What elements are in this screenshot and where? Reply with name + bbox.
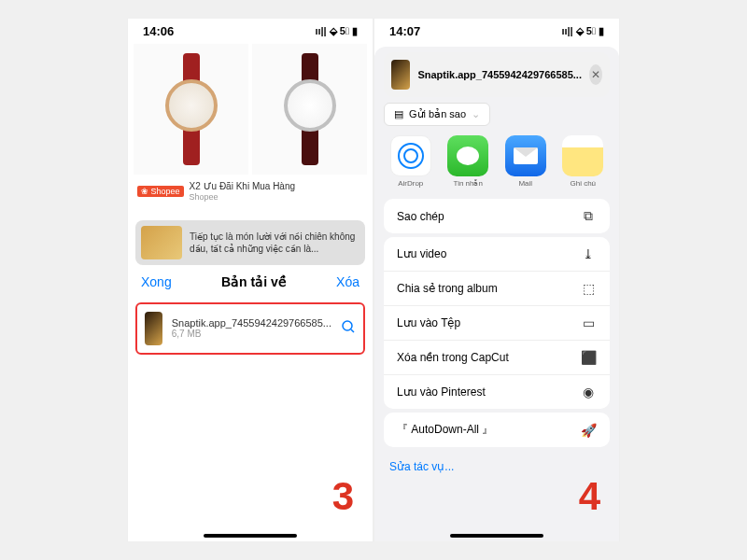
status-bar: 14:06 ıı|| ⬙ 5⃞ ▮ <box>128 19 373 44</box>
done-button[interactable]: Xong <box>141 274 172 289</box>
action-pinterest[interactable]: Lưu vào Pinterest ◉ <box>384 375 610 409</box>
download-thumb-icon <box>145 312 162 345</box>
action-copy[interactable]: Sao chép ⧉ <box>384 199 610 233</box>
search-icon[interactable] <box>341 319 356 338</box>
svg-point-0 <box>343 321 352 330</box>
step-number: 3 <box>332 474 354 519</box>
app-row: AirDrop Tin nhắn Mail Ghi chú <box>374 126 619 195</box>
send-copy-dropdown[interactable]: ▤ Gửi bản sao ⌄ <box>384 103 490 126</box>
capcut-icon: ⬛ <box>580 350 597 365</box>
product-info[interactable]: ❀ Shopee X2 Ưu Đãi Khi Mua Hàng Shopee <box>128 175 373 209</box>
downloads-header: Xong Bản tải về Xóa <box>128 265 373 299</box>
status-time: 14:06 <box>143 24 174 38</box>
messages-icon <box>447 135 488 176</box>
mail-icon <box>505 135 546 176</box>
product-title: X2 Ưu Đãi Khi Mua Hàng <box>190 180 296 192</box>
home-indicator[interactable] <box>204 534 297 538</box>
file-icon: ▤ <box>394 108 403 120</box>
download-filename: Snaptik.app_7455942429766585... <box>172 317 331 329</box>
folder-icon: ▭ <box>580 315 597 330</box>
news-text: Tiếp tục là món lười với nồi chiên không… <box>190 231 359 255</box>
airdrop-icon <box>390 135 431 176</box>
step-number: 4 <box>579 474 600 519</box>
download-item[interactable]: Snaptik.app_7455942429766585... 6,7 MB <box>135 302 365 355</box>
share-header: Snaptik.app_7455942429766585... ✕ <box>384 52 610 97</box>
news-thumb-icon <box>141 226 182 259</box>
share-filename: Snaptik.app_7455942429766585... <box>417 69 582 80</box>
downloads-title: Bản tải về <box>221 274 287 289</box>
rocket-icon: 🚀 <box>580 423 597 438</box>
mail-button[interactable]: Mail <box>505 135 546 188</box>
action-share-album[interactable]: Chia sẻ trong album ⬚ <box>384 272 610 306</box>
product-subtitle: Shopee <box>190 192 296 203</box>
action-autodown[interactable]: 『 AutoDown-All 』 🚀 <box>384 413 610 447</box>
notes-button[interactable]: Ghi chú <box>562 135 603 188</box>
share-thumb-icon <box>391 60 410 90</box>
status-bar: 14:07 ıı|| ⬙ 5⃞ ▮ <box>374 19 619 44</box>
send-copy-label: Gửi bản sao <box>409 108 466 120</box>
svg-line-1 <box>351 329 354 332</box>
notes-icon <box>562 135 603 176</box>
action-group-main: Lưu video ⤓ Chia sẻ trong album ⬚ Lưu và… <box>384 237 610 409</box>
action-capcut[interactable]: Xóa nền trong CapCut ⬛ <box>384 341 610 375</box>
action-group-shortcut: 『 AutoDown-All 』 🚀 <box>384 413 610 447</box>
product-row <box>128 44 373 175</box>
download-filesize: 6,7 MB <box>172 329 331 339</box>
chevron-icon: ⌄ <box>472 108 480 120</box>
action-group-copy: Sao chép ⧉ <box>384 199 610 233</box>
copy-icon: ⧉ <box>580 208 597 224</box>
share-sheet: Snaptik.app_7455942429766585... ✕ ▤ Gửi … <box>374 47 619 541</box>
status-indicators: ıı|| ⬙ 5⃞ ▮ <box>315 25 358 37</box>
album-icon: ⬚ <box>580 281 597 296</box>
phone-screen-3: 14:06 ıı|| ⬙ 5⃞ ▮ ❀ Shopee X2 Ưu Đãi Khi… <box>127 19 374 541</box>
product-watch-red[interactable] <box>134 44 248 175</box>
delete-button[interactable]: Xóa <box>336 274 359 289</box>
phone-screen-4: 14:07 ıı|| ⬙ 5⃞ ▮ Snaptik.app_7455942429… <box>374 19 620 541</box>
download-icon: ⤓ <box>580 246 597 261</box>
messages-button[interactable]: Tin nhắn <box>447 135 488 188</box>
news-card[interactable]: Tiếp tục là món lười với nồi chiên không… <box>135 220 365 265</box>
close-button[interactable]: ✕ <box>589 64 602 85</box>
product-watch-dark[interactable] <box>252 44 367 175</box>
home-indicator[interactable] <box>450 534 543 538</box>
status-indicators: ıı|| ⬙ 5⃞ ▮ <box>561 25 604 37</box>
action-save-files[interactable]: Lưu vào Tệp ▭ <box>384 306 610 341</box>
shopee-badge-icon: ❀ Shopee <box>137 186 184 197</box>
status-time: 14:07 <box>389 24 420 38</box>
action-save-video[interactable]: Lưu video ⤓ <box>384 237 610 272</box>
pinterest-icon: ◉ <box>580 385 597 399</box>
airdrop-button[interactable]: AirDrop <box>390 135 431 188</box>
